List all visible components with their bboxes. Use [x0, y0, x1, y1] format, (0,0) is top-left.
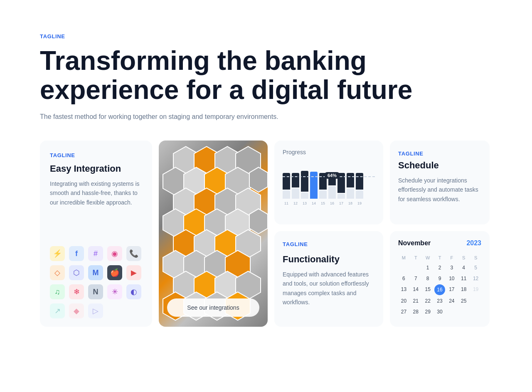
app-icon-lightning: ⚡ — [50, 246, 65, 261]
calendar-month: November — [398, 239, 431, 247]
calendar-grid: M T W T F S S 1 2 3 4 5 6 7 8 9 10 11 12… — [398, 254, 481, 317]
cal-empty-sun4 — [470, 296, 481, 306]
schedule-title: Schedule — [398, 160, 481, 171]
cal-day-7[interactable]: 7 — [410, 274, 421, 284]
card-calendar: November 2023 M T W T F S S 1 2 3 4 5 6 … — [390, 231, 490, 327]
cal-header-w: W — [422, 254, 433, 262]
app-icon-gem: ◆ — [69, 303, 84, 318]
card-schedule: TAGLINE Schedule Schedule your integrati… — [390, 141, 490, 224]
cal-day-25[interactable]: 25 — [458, 296, 469, 306]
svg-marker-8 — [249, 167, 268, 192]
cal-day-9[interactable]: 9 — [434, 274, 446, 284]
integration-desc: Integrating with existing systems is smo… — [50, 179, 142, 207]
schedule-tagline: TAGLINE — [398, 150, 481, 157]
cal-day-3[interactable]: 3 — [446, 263, 457, 273]
cal-day-27[interactable]: 27 — [398, 307, 409, 317]
card-image: See our integrations — [159, 141, 268, 327]
functionality-tagline: TAGLINE — [283, 241, 375, 247]
progress-label: Progress — [283, 149, 375, 155]
hero-title: Transforming the banking experience for … — [40, 46, 414, 105]
see-integrations-button[interactable]: See our integrations — [167, 298, 260, 317]
cal-day-20[interactable]: 20 — [398, 296, 409, 306]
cal-header-t2: T — [434, 254, 446, 262]
cal-day-17[interactable]: 17 — [446, 284, 457, 295]
card-integration: TAGLINE Easy Integration Integrating wit… — [40, 141, 152, 327]
schedule-desc: Schedule your integrations effortlessly … — [398, 176, 481, 204]
bar-11: 11 — [283, 173, 290, 205]
cal-day-28[interactable]: 28 — [410, 307, 421, 317]
bar-12: 12 — [292, 173, 299, 205]
cal-empty-1 — [398, 263, 409, 273]
progress-chart: 64% 11 12 13 — [283, 168, 375, 218]
cal-day-1[interactable]: 1 — [422, 263, 433, 273]
cal-day-4[interactable]: 4 — [458, 263, 469, 273]
app-icon-facebook: f — [69, 246, 84, 261]
cal-day-13[interactable]: 13 — [398, 284, 409, 295]
cal-header-f: F — [446, 254, 457, 262]
cal-day-22[interactable]: 22 — [422, 296, 433, 306]
cal-day-12[interactable]: 12 — [470, 274, 481, 284]
cal-day-5[interactable]: 5 — [470, 263, 481, 273]
calendar-year: 2023 — [466, 239, 481, 247]
cal-header-s2: S — [470, 254, 481, 262]
cal-header-m: M — [398, 254, 409, 262]
cal-day-19[interactable]: 19 — [470, 284, 481, 295]
app-icon-asterisk: ✳ — [107, 284, 122, 299]
app-icon-spotify: ♫ — [50, 284, 65, 299]
cal-day-18[interactable]: 18 — [458, 284, 469, 295]
hero-subtitle: The fastest method for working together … — [40, 113, 492, 121]
cal-day-24[interactable]: 24 — [446, 296, 457, 306]
cal-day-15[interactable]: 15 — [422, 284, 433, 295]
cal-day-29[interactable]: 29 — [422, 307, 433, 317]
cal-day-11[interactable]: 11 — [458, 274, 469, 284]
app-icon-phone: 📞 — [126, 246, 141, 261]
app-icon-arrow: ↗ — [50, 303, 65, 318]
app-icon-slack: # — [88, 246, 103, 261]
app-icon-figma: ⬡ — [69, 265, 84, 280]
cal-day-23[interactable]: 23 — [434, 296, 446, 306]
app-icon-linear: ◐ — [126, 284, 141, 299]
cal-day-2[interactable]: 2 — [434, 263, 446, 273]
integration-title: Easy Integration — [50, 163, 142, 174]
app-icon-notion: N — [88, 284, 103, 299]
cal-day-21[interactable]: 21 — [410, 296, 421, 306]
tagline-label: TAGLINE — [40, 33, 492, 39]
app-icon-sketch: ◇ — [50, 265, 65, 280]
card-functionality: TAGLINE Functionality Equipped with adva… — [274, 231, 383, 327]
cal-day-14[interactable]: 14 — [410, 284, 421, 295]
progress-badge: 64% — [325, 172, 340, 179]
cal-day-16-today[interactable]: 16 — [434, 284, 445, 295]
svg-marker-17 — [249, 209, 268, 234]
app-icon-apple: 🍎 — [107, 265, 122, 280]
cal-day-8[interactable]: 8 — [422, 274, 433, 284]
cal-header-s1: S — [458, 254, 469, 262]
cal-day-6[interactable]: 6 — [398, 274, 409, 284]
bar-19: 19 — [356, 173, 363, 205]
functionality-title: Functionality — [283, 254, 375, 265]
app-icon-youtube: ▶ — [126, 265, 141, 280]
cal-day-10[interactable]: 10 — [446, 274, 457, 284]
app-icon-miro: M — [88, 265, 103, 280]
cal-day-30[interactable]: 30 — [434, 307, 446, 317]
app-icon-play: ▷ — [88, 303, 103, 318]
bar-18: 18 — [347, 173, 354, 205]
app-icons-grid: ⚡ f # ◉ 📞 ◇ ⬡ M 🍎 ▶ ♫ ❄ N ✳ ◐ ↗ ◆ ▷ — [50, 246, 142, 318]
integration-tagline: TAGLINE — [50, 152, 142, 158]
app-icon-snowflake: ❄ — [69, 284, 84, 299]
cards-grid: TAGLINE Easy Integration Integrating wit… — [40, 141, 492, 327]
app-icon-dribbble: ◉ — [107, 246, 122, 261]
calendar-header: November 2023 — [398, 239, 481, 247]
functionality-desc: Equipped with advanced features and tool… — [283, 270, 375, 307]
cal-empty-2 — [410, 263, 421, 273]
cal-header-t1: T — [410, 254, 421, 262]
card-progress: Progress 64% 11 12 — [274, 141, 383, 224]
